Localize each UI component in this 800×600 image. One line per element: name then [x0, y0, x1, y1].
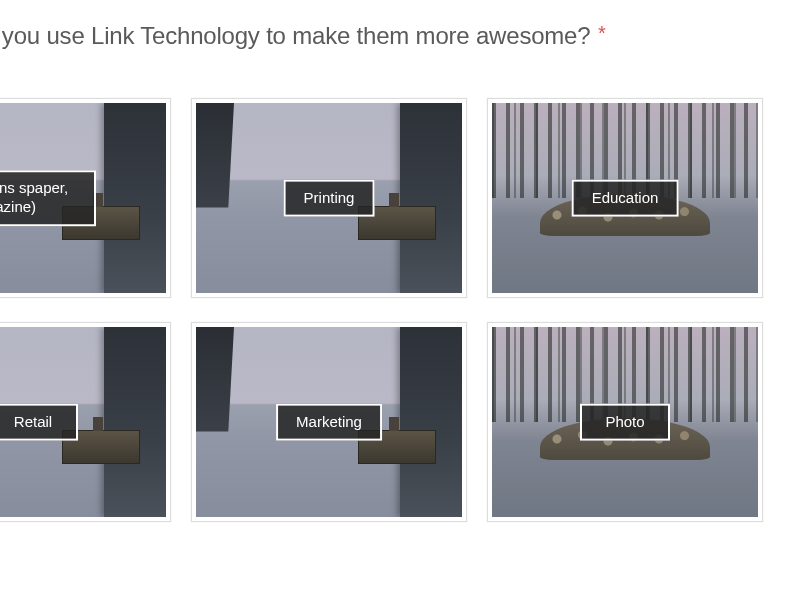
- option-label: Photo: [580, 404, 670, 441]
- option-label: Publications spaper, Magazine): [0, 170, 96, 226]
- option-grid: Publications spaper, Magazine) Printing …: [0, 98, 763, 522]
- question-heading: ill you use Link Technology to make them…: [0, 22, 606, 50]
- option-card-printing[interactable]: Printing: [191, 98, 467, 298]
- option-label: Printing: [284, 180, 375, 217]
- option-card-marketing[interactable]: Marketing: [191, 322, 467, 522]
- option-card-education[interactable]: Education: [487, 98, 763, 298]
- option-card-retail[interactable]: Retail: [0, 322, 171, 522]
- option-card-publications[interactable]: Publications spaper, Magazine): [0, 98, 171, 298]
- option-label: Marketing: [276, 404, 382, 441]
- required-asterisk: *: [598, 22, 606, 44]
- option-label: Retail: [0, 404, 78, 441]
- question-text: ill you use Link Technology to make them…: [0, 22, 590, 49]
- option-card-photo[interactable]: Photo: [487, 322, 763, 522]
- option-label: Education: [572, 180, 679, 217]
